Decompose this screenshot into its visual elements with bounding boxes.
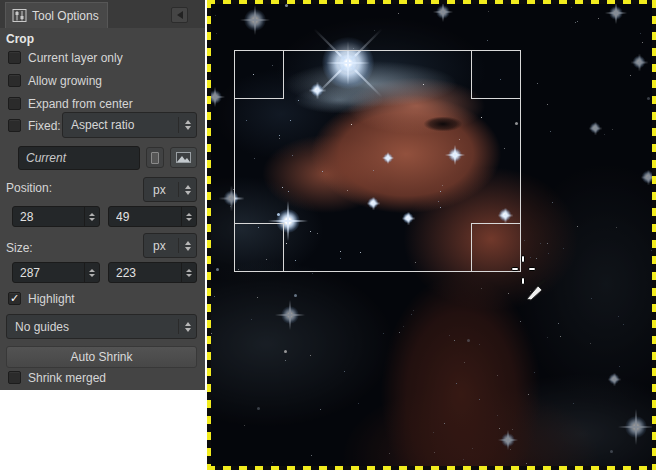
tab-tool-options[interactable]: Tool Options xyxy=(5,2,108,28)
position-y-input[interactable] xyxy=(109,210,181,224)
crop-tool-options: Crop Current layer only Allow growing Ex… xyxy=(0,28,205,390)
portrait-orientation-button[interactable] xyxy=(146,147,164,168)
layer-boundary-left xyxy=(207,0,211,470)
checkbox-box[interactable] xyxy=(8,74,21,87)
unit-value: px xyxy=(144,239,178,253)
tab-label: Tool Options xyxy=(32,9,99,23)
position-x-input[interactable] xyxy=(13,210,84,224)
crop-blade-icon xyxy=(524,278,548,302)
checkbox-label: Shrink merged xyxy=(28,371,106,385)
checkbox-box[interactable] xyxy=(8,371,21,384)
fixed-type-dropdown[interactable]: Aspect ratio xyxy=(62,112,197,138)
check-icon: ✓ xyxy=(10,293,19,304)
checkbox-current-layer-only[interactable]: Current layer only xyxy=(8,50,123,65)
crop-selection[interactable] xyxy=(234,50,521,272)
crop-handle-ne[interactable] xyxy=(471,50,521,99)
dock-menu-button[interactable] xyxy=(171,7,188,23)
dropdown-arrows-icon xyxy=(179,185,196,195)
left-triangle-icon xyxy=(177,11,183,19)
tool-options-icon xyxy=(12,8,27,23)
size-width-entry xyxy=(12,262,100,283)
layer-boundary-bottom xyxy=(207,466,656,470)
auto-shrink-button[interactable]: Auto Shrink xyxy=(6,346,197,368)
position-x-entry xyxy=(12,206,100,227)
spinner-arrows-icon[interactable] xyxy=(84,263,99,282)
size-height-input[interactable] xyxy=(109,266,181,280)
starfield xyxy=(211,4,212,5)
checkbox-box[interactable]: ✓ xyxy=(8,292,21,305)
size-unit-dropdown[interactable]: px xyxy=(143,233,197,258)
checkbox-fixed[interactable]: Fixed: xyxy=(8,118,61,133)
dropdown-value: No guides xyxy=(7,320,178,334)
crop-handle-sw[interactable] xyxy=(234,223,284,272)
image-canvas[interactable] xyxy=(207,0,656,470)
position-y-entry xyxy=(108,206,197,227)
dropdown-arrows-icon xyxy=(179,120,196,130)
position-label: Position: xyxy=(6,181,52,195)
checkbox-shrink-merged[interactable]: Shrink merged xyxy=(8,370,106,385)
checkbox-label: Current layer only xyxy=(28,51,123,65)
dropdown-arrows-icon xyxy=(179,241,196,251)
checkbox-label: Highlight xyxy=(28,292,75,306)
landscape-icon xyxy=(176,152,191,163)
crosshair-top xyxy=(521,255,525,263)
spinner-arrows-icon[interactable] xyxy=(84,207,99,226)
spinner-arrows-icon[interactable] xyxy=(181,207,196,226)
unit-value: px xyxy=(144,183,178,197)
layer-boundary-right xyxy=(652,0,656,470)
button-label: Auto Shrink xyxy=(70,350,132,364)
size-label: Size: xyxy=(6,241,33,255)
horsehead-nebula-image[interactable] xyxy=(211,4,652,466)
dropdown-value: Aspect ratio xyxy=(63,118,178,132)
crosshair-right xyxy=(528,267,536,271)
crop-handle-se[interactable] xyxy=(471,223,521,272)
gimp-window: Tool Options Crop Current layer only All… xyxy=(0,0,656,470)
fixed-label: Fixed: xyxy=(28,119,61,133)
checkbox-box[interactable] xyxy=(8,51,21,64)
landscape-orientation-button[interactable] xyxy=(170,147,197,168)
checkbox-label: Allow growing xyxy=(28,74,102,88)
portrait-icon xyxy=(151,152,159,164)
tool-options-panel: Tool Options Crop Current layer only All… xyxy=(0,0,205,390)
spinner-arrows-icon[interactable] xyxy=(181,263,196,282)
size-width-input[interactable] xyxy=(13,266,84,280)
checkbox-expand-from-center[interactable]: Expand from center xyxy=(8,96,133,111)
crosshair-left xyxy=(511,267,519,271)
dropdown-arrows-icon xyxy=(179,322,196,332)
checkbox-allow-growing[interactable]: Allow growing xyxy=(8,73,102,88)
checkbox-highlight[interactable]: ✓ Highlight xyxy=(8,291,75,306)
checkbox-box[interactable] xyxy=(8,119,21,132)
tool-title: Crop xyxy=(6,32,34,46)
aspect-ratio-input[interactable] xyxy=(19,151,139,165)
position-unit-dropdown[interactable]: px xyxy=(143,177,197,202)
aspect-ratio-entry xyxy=(18,146,140,170)
guides-dropdown[interactable]: No guides xyxy=(6,314,197,339)
size-height-entry xyxy=(108,262,197,283)
layer-boundary-top xyxy=(207,0,656,4)
checkbox-box[interactable] xyxy=(8,97,21,110)
dock-tab-strip: Tool Options xyxy=(0,0,205,28)
crop-handle-nw[interactable] xyxy=(234,50,284,99)
checkbox-label: Expand from center xyxy=(28,97,133,111)
